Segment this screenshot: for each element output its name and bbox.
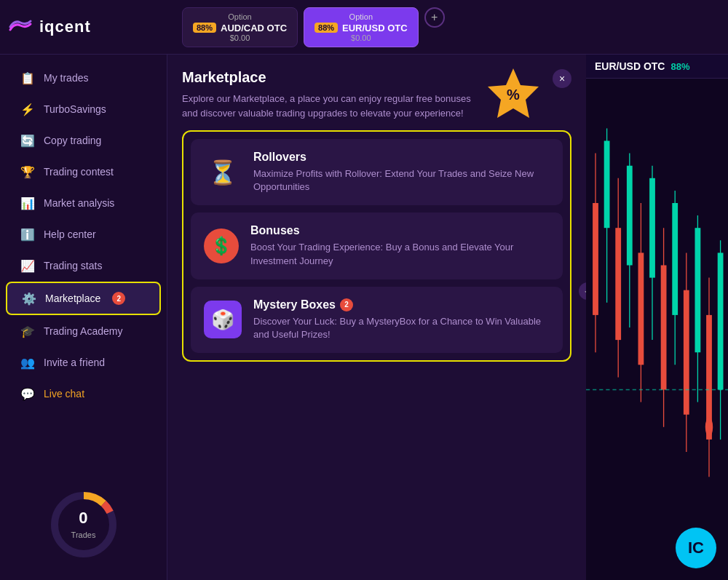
- bonuses-title: Bonuses: [250, 224, 550, 237]
- sidebar-item-copy-trading[interactable]: 🔄Copy trading: [6, 125, 161, 156]
- topbar: iqcent Option 88% AUD/CAD OTC $0.00 Opti…: [0, 0, 728, 55]
- panel-description: Explore our Marketplace, a place you can…: [182, 92, 488, 120]
- tab-eur-usd[interactable]: Option 88% EUR/USD OTC $0.00: [304, 7, 419, 47]
- svg-rect-7: [593, 203, 598, 315]
- sidebar-item-market-analysis[interactable]: 📊Market analysis: [6, 188, 161, 218]
- svg-rect-13: [627, 166, 633, 266]
- star-badge: %: [484, 65, 542, 123]
- trading-academy-icon: 🎓: [20, 324, 35, 338]
- tab2-type: Option: [349, 12, 373, 21]
- trades-count: 0: [71, 509, 96, 528]
- copy-trading-label: Copy trading: [44, 135, 101, 146]
- trades-donut: 0 Trades: [47, 488, 120, 561]
- market-analysis-icon: 📊: [20, 196, 35, 210]
- trading-academy-label: Trading Academy: [44, 325, 122, 337]
- svg-rect-29: [718, 253, 724, 389]
- turbo-savings-label: TurboSavings: [44, 103, 106, 115]
- bonuses-icon: 💲: [204, 229, 239, 263]
- trading-contest-icon: 🏆: [20, 164, 35, 179]
- tab1-price: $0.00: [230, 33, 250, 42]
- logo-area: iqcent: [7, 17, 175, 37]
- svg-text:%: %: [507, 87, 520, 103]
- live-chat-label: Live chat: [44, 388, 84, 400]
- bonuses-desc: Boost Your Trading Experience: Buy a Bon…: [250, 241, 550, 267]
- trading-contest-label: Trading contest: [44, 166, 114, 178]
- svg-rect-23: [684, 290, 689, 415]
- tab2-price: $0.00: [351, 33, 371, 42]
- sidebar-item-turbo-savings[interactable]: ⚡TurboSavings: [6, 94, 161, 124]
- tab2-pair-row: 88% EUR/USD OTC: [314, 23, 408, 33]
- trades-label: Trades: [71, 531, 96, 539]
- svg-rect-21: [672, 203, 678, 315]
- svg-rect-11: [615, 228, 621, 340]
- turbo-savings-icon: ⚡: [20, 102, 35, 116]
- chart-header: EUR/USD OTC 88%: [586, 55, 728, 79]
- mystery-badge: 2: [340, 298, 353, 311]
- content-area: Marketplace Explore our Marketplace, a p…: [167, 55, 728, 580]
- rollovers-title: Rollovers: [253, 151, 550, 164]
- trading-stats-icon: 📈: [20, 258, 35, 273]
- tab-group: Option 88% AUD/CAD OTC $0.00 Option 88% …: [182, 7, 445, 47]
- sidebar-bottom: 0 Trades: [0, 477, 167, 573]
- my-trades-icon: 📋: [20, 71, 35, 85]
- logo-icon: [7, 17, 33, 37]
- chart-percentage: 88%: [670, 61, 689, 72]
- sidebar-item-help-center[interactable]: ℹ️Help center: [6, 219, 161, 250]
- invite-friend-label: Invite a friend: [44, 357, 105, 368]
- main-area: 📋My trades⚡TurboSavings🔄Copy trading🏆Tra…: [0, 55, 728, 580]
- tab-aud-cad[interactable]: Option 88% AUD/CAD OTC $0.00: [182, 7, 298, 47]
- svg-rect-17: [649, 178, 655, 278]
- sidebar-toggle-button[interactable]: ◀: [579, 282, 586, 300]
- tab1-pair-row: 88% AUD/CAD OTC: [193, 23, 287, 33]
- star-svg: %: [484, 65, 542, 123]
- sidebar-item-trading-stats[interactable]: 📈Trading stats: [6, 250, 161, 281]
- bonuses-item[interactable]: 💲 Bonuses Boost Your Trading Experience:…: [191, 212, 563, 279]
- help-center-label: Help center: [44, 229, 96, 240]
- sidebar: 📋My trades⚡TurboSavings🔄Copy trading🏆Tra…: [0, 55, 167, 580]
- add-tab-button[interactable]: +: [424, 7, 445, 28]
- rollovers-desc: Maximize Profits with Rollover: Extend Y…: [253, 167, 550, 194]
- chart-svg: [586, 79, 728, 576]
- rollovers-item[interactable]: ⏳ Rollovers Maximize Profits with Rollov…: [191, 139, 563, 205]
- sidebar-item-marketplace[interactable]: ⚙️Marketplace2: [6, 282, 161, 315]
- invite-friend-icon: 👥: [20, 355, 35, 370]
- svg-rect-15: [638, 253, 644, 365]
- marketplace-items-container: ⏳ Rollovers Maximize Profits with Rollov…: [182, 130, 571, 362]
- nav-items: 📋My trades⚡TurboSavings🔄Copy trading🏆Tra…: [0, 62, 167, 410]
- live-chat-icon: 💬: [20, 386, 35, 401]
- marketplace-icon: ⚙️: [22, 291, 36, 306]
- sidebar-item-trading-contest[interactable]: 🏆Trading contest: [6, 156, 161, 187]
- chart-area: EUR/USD OTC 88%: [586, 55, 728, 580]
- copy-trading-icon: 🔄: [20, 133, 35, 148]
- bonuses-content: Bonuses Boost Your Trading Experience: B…: [250, 224, 550, 267]
- tab1-type: Option: [228, 12, 251, 21]
- svg-point-31: [705, 417, 713, 437]
- panel-close-button[interactable]: ×: [553, 69, 571, 88]
- trades-center: 0 Trades: [71, 509, 96, 541]
- sidebar-item-invite-friend[interactable]: 👥Invite a friend: [6, 347, 161, 378]
- mystery-boxes-desc: Discover Your Luck: Buy a MysteryBox for…: [253, 315, 550, 341]
- help-center-icon: ℹ️: [20, 227, 35, 242]
- mystery-boxes-item[interactable]: 🎲 Mystery Boxes 2 Discover Your Luck: Bu…: [191, 287, 563, 353]
- marketplace-panel: Marketplace Explore our Marketplace, a p…: [167, 55, 586, 580]
- marketplace-label: Marketplace: [45, 293, 100, 304]
- mystery-boxes-icon: 🎲: [204, 301, 242, 338]
- market-analysis-label: Market analysis: [44, 197, 114, 209]
- tab1-badge: 88%: [193, 23, 216, 33]
- marketplace-badge: 2: [112, 292, 125, 305]
- tab2-badge: 88%: [314, 23, 338, 33]
- my-trades-label: My trades: [44, 72, 88, 84]
- chart-pair-label: EUR/USD OTC: [595, 60, 665, 72]
- sidebar-item-trading-academy[interactable]: 🎓Trading Academy: [6, 316, 161, 346]
- mystery-boxes-title: Mystery Boxes 2: [253, 298, 550, 311]
- tab1-name: AUD/CAD OTC: [221, 23, 287, 33]
- mystery-boxes-content: Mystery Boxes 2 Discover Your Luck: Buy …: [253, 298, 550, 341]
- sidebar-item-live-chat[interactable]: 💬Live chat: [6, 378, 161, 409]
- sidebar-item-my-trades[interactable]: 📋My trades: [6, 63, 161, 93]
- trading-stats-label: Trading stats: [44, 260, 102, 271]
- tab2-name: EUR/USD OTC: [342, 23, 408, 33]
- rollovers-icon: ⏳: [204, 154, 242, 191]
- svg-rect-9: [604, 141, 610, 229]
- iqcent-watermark: IC: [676, 528, 716, 568]
- rollovers-content: Rollovers Maximize Profits with Rollover…: [253, 151, 550, 194]
